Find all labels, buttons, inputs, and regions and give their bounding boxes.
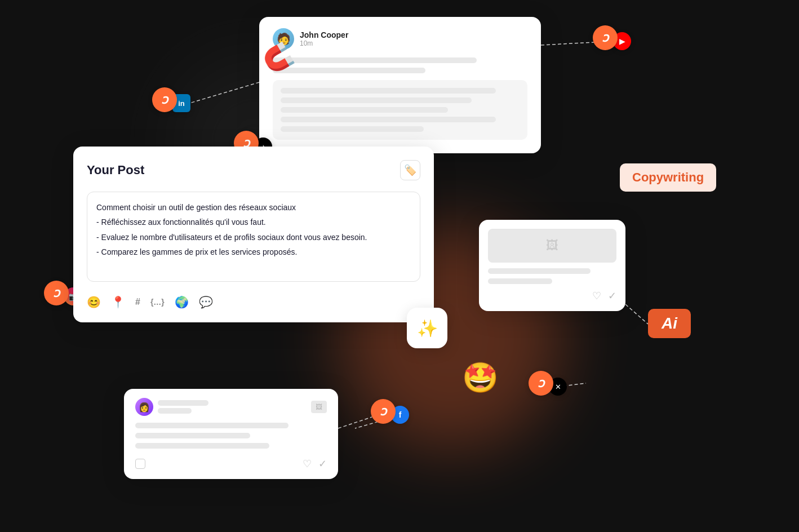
text-line [488, 268, 591, 274]
user-name: John Cooper [300, 30, 348, 39]
twitter-badge: ↄ ✕ [529, 371, 567, 396]
text-line [281, 117, 496, 122]
linkedin-badge: ↄ in [152, 87, 190, 112]
svg-line-4 [625, 304, 648, 324]
brand-icon: ↄ [152, 87, 177, 112]
post-text-area[interactable]: Comment choisir un outil de gestion des … [87, 192, 420, 282]
post-line-1: Comment choisir un outil de gestion des … [96, 201, 411, 214]
brand-icon: ↄ [371, 399, 396, 424]
text-line [135, 423, 288, 428]
post-time: 10m [300, 39, 348, 47]
location-icon[interactable]: 📍 [111, 295, 125, 309]
comment-icon[interactable]: 💬 [199, 295, 213, 309]
youtube-badge: ↄ ▶ [593, 25, 631, 50]
hashtag-icon[interactable]: # [135, 297, 140, 307]
content-lines [135, 423, 327, 449]
text-line [488, 278, 552, 284]
variable-icon[interactable]: {…} [150, 298, 165, 307]
top-post-card: 🧑 John Cooper 10m [259, 17, 541, 153]
emoji-icon[interactable]: 😊 [87, 295, 101, 309]
time-line [158, 408, 192, 414]
right-preview-card: 🖼 ♡ ✓ [479, 220, 625, 311]
main-post-card: Your Post 🏷️ Comment choisir un outil de… [73, 147, 434, 322]
star-emoji: 🤩 [462, 361, 499, 395]
tag-icon[interactable]: 🏷️ [400, 160, 420, 180]
copywriting-text: Copywriting [632, 170, 704, 184]
post-line-4: - Comparez les gammes de prix et les ser… [96, 246, 411, 258]
post-toolbar: 😊 📍 # {…} 🌍 💬 [87, 291, 420, 309]
post-line-3: - Evaluez le nombre d'utilisateurs et de… [96, 231, 411, 243]
brand-icon: ↄ [593, 25, 618, 50]
globe-icon[interactable]: 🌍 [175, 295, 189, 309]
check-icon[interactable]: ✓ [608, 290, 616, 302]
magic-wand-button[interactable]: ✨ [407, 308, 447, 348]
text-line [281, 97, 472, 103]
image-icon[interactable]: 🖼 [311, 401, 327, 413]
post-line-2: - Réfléchissez aux fonctionnalités qu'il… [96, 216, 411, 228]
right-actions: ♡ ✓ [488, 290, 616, 302]
like-icon[interactable]: ♡ [592, 290, 601, 302]
svg-line-7 [338, 417, 372, 428]
ai-label: Ai [648, 309, 691, 338]
facebook-badge: ↄ f [371, 399, 409, 424]
checkbox[interactable] [135, 459, 145, 469]
post-header: 🧑 John Cooper 10m [273, 28, 527, 50]
text-line [281, 107, 448, 113]
text-line [281, 126, 424, 132]
your-post-title: Your Post [87, 163, 144, 178]
text-line [273, 68, 425, 73]
text-line [135, 433, 250, 438]
main-card-header: Your Post 🏷️ [87, 160, 420, 180]
ai-text: Ai [662, 314, 677, 332]
copywriting-label: Copywriting [620, 163, 716, 192]
small-avatar: 👩 [135, 398, 153, 416]
svg-line-2 [541, 42, 594, 45]
text-block [273, 80, 527, 140]
brand-icon: ↄ [529, 371, 553, 396]
name-line [158, 400, 208, 406]
bottom-left-card: 👩 🖼 ♡ ✓ [124, 389, 338, 479]
check-icon[interactable]: ✓ [318, 458, 327, 470]
bottom-left-header: 👩 🖼 [135, 398, 327, 416]
text-line [135, 443, 269, 449]
right-content [488, 268, 616, 284]
text-line [273, 57, 477, 63]
user-info: John Cooper 10m [300, 30, 348, 47]
text-line [281, 88, 496, 94]
wand-icon: ✨ [417, 318, 438, 338]
preview-image: 🖼 [488, 229, 616, 263]
like-icon[interactable]: ♡ [303, 458, 312, 470]
brand-icon: ↄ [44, 281, 69, 305]
content-preview [273, 57, 527, 73]
